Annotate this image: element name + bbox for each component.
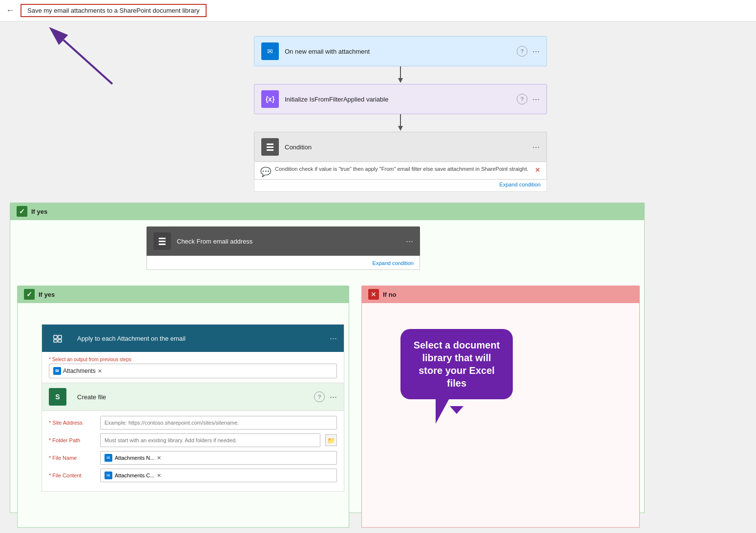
create-file-card: S Create file ? ··· * Site Address * Fol… [42,383,344,492]
expand-label-text: Expand condition [500,182,541,187]
step3-label: Condition [285,144,532,151]
svg-rect-8 [267,149,273,151]
svg-rect-12 [54,335,57,339]
check-email-icon [153,232,171,250]
step-condition: Condition ··· 💬 Condition check if value… [254,132,547,192]
apply-each-tag-field[interactable]: ✉ Attachments ✕ [49,364,337,378]
create-file-help-button[interactable]: ? [314,391,325,402]
check-email-more-button[interactable]: ··· [406,237,413,246]
svg-rect-9 [159,238,166,239]
if-no-bar: ✕ If no [361,286,640,303]
step2-more-button[interactable]: ··· [532,95,540,103]
svg-rect-13 [58,335,62,339]
file-content-label: * File Content [49,472,95,478]
step-on-new-email: ✉ On new email with attachment ? ··· [254,36,547,66]
file-name-tag-field[interactable]: ✉ Attachments N... ✕ [100,451,337,465]
canvas: ✉ On new email with attachment ? ··· {x} [0,21,756,533]
svg-rect-10 [159,241,166,242]
check-email-expand-link[interactable]: Expand condition [373,260,414,266]
step1-help-button[interactable]: ? [517,46,527,57]
if-no-icon: ✕ [368,289,379,300]
connector1-svg [396,66,405,84]
purple-arrow-annotation [15,25,161,89]
inner-if-yes-icon: ✓ [24,289,35,300]
apply-each-icon [49,329,66,347]
variable-icon: {x} [261,90,279,108]
create-file-more-button[interactable]: ··· [330,392,337,401]
svg-marker-16 [436,397,450,424]
outer-if-yes-icon: ✓ [17,206,27,217]
file-content-tag-icon: ✉ [105,472,112,479]
create-file-icon: S [49,388,66,406]
attachment-tag-text: Attachments [63,368,96,374]
step2-actions: ? ··· [517,94,540,104]
back-arrow-icon: ← [6,5,15,16]
svg-rect-14 [54,340,57,342]
comment-icon: 💬 [260,166,271,177]
check-email-expand: Expand condition [147,256,420,270]
connector2 [254,114,547,132]
apply-each-field-label: * Select an output from previous steps [49,357,337,362]
svg-rect-6 [267,144,273,145]
file-content-tag-field[interactable]: ✉ Attachments C... ✕ [100,469,337,482]
site-address-label: * Site Address [49,420,95,426]
apply-each-label: Apply to each Attachment on the email [77,335,325,342]
condition-expand-link[interactable]: Expand condition [254,180,547,192]
file-name-tag-close[interactable]: ✕ [157,455,161,461]
file-content-row: * File Content ✉ Attachments C... ✕ [49,469,337,482]
svg-rect-7 [267,146,273,148]
folder-path-input[interactable] [100,433,320,447]
inner-if-yes-label: If yes [39,291,55,298]
outer-if-yes-label: If yes [31,208,47,215]
back-button[interactable]: ← [6,5,15,16]
folder-path-label: * Folder Path [49,437,95,443]
file-content-tag-text: Attachments C... [115,472,154,478]
svg-rect-15 [58,340,62,342]
flow-title-text: Save my email attachments to a SharePoin… [27,7,200,14]
apply-each-more-button[interactable]: ··· [330,334,337,343]
folder-browse-button[interactable]: 📁 [325,434,337,446]
step1-actions: ? ··· [517,46,540,57]
step3-more-button[interactable]: ··· [532,143,540,151]
file-name-row: * File Name ✉ Attachments N... ✕ [49,451,337,465]
site-address-row: * Site Address [49,416,337,430]
connector2-svg [396,114,405,132]
svg-marker-5 [398,126,403,131]
condition-note: 💬 Condition check if value is "true" the… [254,162,547,180]
file-name-label: * File Name [49,455,95,461]
step2-help-button[interactable]: ? [517,94,527,104]
apply-each-card: Apply to each Attachment on the email ··… [42,324,344,384]
attachment-tag-icon: ✉ [53,367,61,375]
condition-note-text: Condition check if value is "true" then … [275,166,531,172]
svg-line-1 [63,40,112,84]
check-email-label: Check From email address [177,238,406,245]
folder-path-row: * Folder Path 📁 [49,433,337,447]
inner-if-yes-bar: ✓ If yes [17,286,349,303]
check-email-card: Check From email address ··· Expand cond… [147,226,420,270]
site-address-input[interactable] [100,416,337,430]
flow-main: ✉ On new email with attachment ? ··· {x} [254,36,547,192]
file-name-tag-text: Attachments N... [115,455,154,461]
step3-actions: ··· [532,143,540,151]
create-file-body: * Site Address * Folder Path 📁 * File Na… [42,411,344,491]
speech-bubble: Select a document library that will stor… [400,329,513,399]
top-bar: ← Save my email attachments to a SharePo… [0,0,756,21]
step-initialize-variable: {x} Initialize IsFromFilterApplied varia… [254,84,547,114]
svg-marker-3 [398,78,403,83]
attachment-tag-close[interactable]: ✕ [98,368,102,374]
bubble-text: Select a document library that will stor… [414,340,500,389]
connector1 [254,66,547,84]
outer-if-yes-bar: ✓ If yes [10,203,645,220]
step1-more-button[interactable]: ··· [532,47,540,56]
file-name-tag-icon: ✉ [105,454,112,462]
condition-icon [261,138,279,156]
file-content-tag-close[interactable]: ✕ [157,472,161,479]
step2-label: Initialize IsFromFilterApplied variable [285,96,517,103]
if-no-label: If no [383,291,396,298]
bubble-tail [431,397,460,426]
create-file-label: Create file [77,393,309,401]
attachments-tag: ✉ Attachments ✕ [53,367,102,375]
outlook-icon: ✉ [261,42,279,60]
condition-close-icon[interactable]: ✕ [535,166,541,174]
apply-each-body: * Select an output from previous steps ✉… [42,352,344,383]
